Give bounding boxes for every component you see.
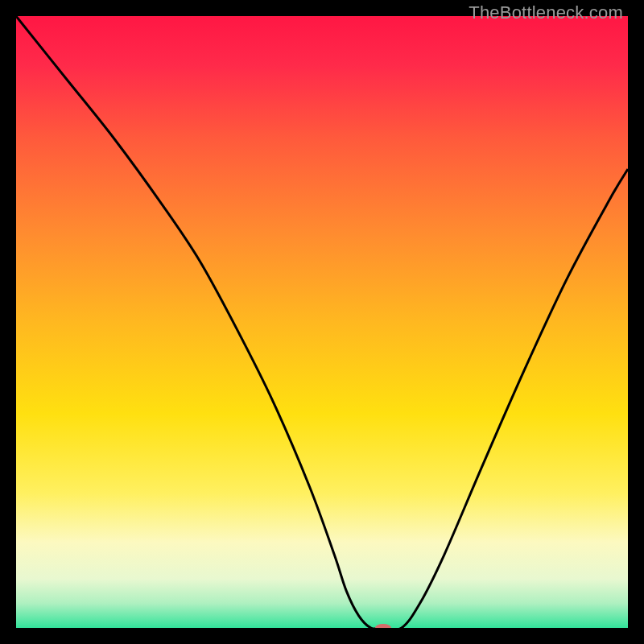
plot-area [16,16,628,628]
watermark-label: TheBottleneck.com [469,2,623,23]
gradient-background [16,16,628,628]
bottleneck-chart [16,16,628,628]
